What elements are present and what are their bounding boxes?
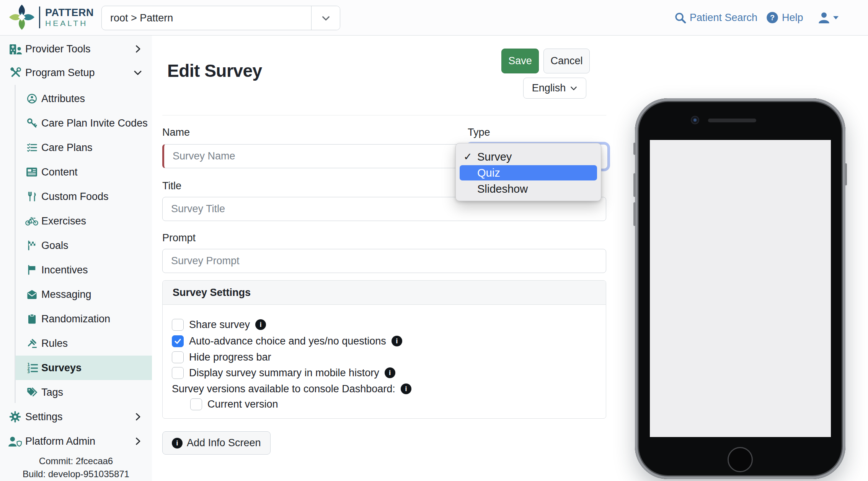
sidebar-item-label: Incentives — [41, 264, 88, 276]
sidebar-item-label: Tags — [41, 387, 63, 398]
build-text: Build: develop-951035871 — [0, 469, 152, 479]
page-title: Edit Survey — [167, 60, 262, 81]
search-icon — [674, 12, 686, 24]
sidebar-item-goals[interactable]: Goals — [0, 235, 152, 256]
logo-divider — [39, 6, 40, 28]
commit-text: Commit: 2fcecaa6 — [0, 456, 152, 466]
sidebar-item-surveys[interactable]: 1 2 3 Surveys — [15, 356, 152, 380]
chevron-down-icon — [321, 13, 331, 23]
add-info-screen-button[interactable]: i Add Info Screen — [162, 431, 271, 455]
flag-icon — [27, 265, 37, 275]
type-option-quiz[interactable]: Quiz — [460, 165, 597, 180]
save-button[interactable]: Save — [501, 49, 539, 73]
sidebar-item-label: Settings — [25, 411, 63, 423]
phone-home-button — [728, 447, 753, 472]
person-circle-icon — [27, 94, 37, 104]
sidebar-item-messaging[interactable]: Messaging — [0, 284, 152, 305]
auto-advance-row: Auto-advance choice and yes/no questions… — [172, 335, 402, 348]
help-label: Help — [782, 12, 803, 24]
sidebar-item-care-plan-invite-codes[interactable]: Care Plan Invite Codes — [0, 112, 152, 134]
svg-text:?: ? — [770, 13, 775, 22]
phone-camera — [691, 116, 699, 124]
patient-search-link[interactable]: Patient Search — [674, 0, 757, 35]
sidebar-item-label: Goals — [41, 240, 69, 252]
name-field-label: Name — [162, 127, 190, 138]
patient-search-label: Patient Search — [690, 12, 757, 24]
chevron-down-icon — [570, 84, 578, 92]
hide-progress-checkbox[interactable] — [172, 351, 184, 363]
sidebar-item-platform-admin[interactable]: Platform Admin — [0, 431, 152, 452]
breadcrumb — [101, 6, 340, 30]
sidebar-item-label: Program Setup — [25, 67, 95, 79]
cancel-button[interactable]: Cancel — [543, 49, 590, 73]
checklist-icon — [27, 143, 37, 153]
newspaper-icon — [26, 167, 38, 177]
chevron-down-icon — [133, 68, 142, 77]
auto-advance-checkbox[interactable] — [172, 335, 184, 347]
user-icon — [817, 11, 830, 24]
share-survey-checkbox[interactable] — [172, 319, 184, 331]
type-option-slideshow[interactable]: Slideshow — [456, 181, 601, 197]
sidebar-item-attributes[interactable]: Attributes — [0, 88, 152, 109]
sidebar-item-provider-tools[interactable]: Provider Tools — [0, 38, 152, 60]
phone-speaker — [708, 119, 756, 122]
user-menu[interactable] — [817, 0, 839, 35]
top-navbar: PATTERN HEALTH Patient Search ? Help — [0, 0, 868, 36]
gear-icon — [9, 411, 21, 423]
hospital-user-icon — [9, 43, 22, 55]
phone-power-button — [845, 163, 847, 185]
hide-progress-row: Hide progress bar — [172, 351, 271, 364]
chevron-right-icon — [133, 412, 142, 421]
info-icon[interactable]: i — [385, 367, 395, 378]
sidebar-item-content[interactable]: Content — [0, 161, 152, 183]
checkered-flag-icon — [27, 240, 37, 251]
help-link[interactable]: ? Help — [766, 0, 803, 35]
current-version-checkbox[interactable] — [190, 398, 202, 410]
current-version-row: Current version — [190, 398, 278, 411]
phone-volume-down-button — [633, 202, 636, 226]
utensils-icon — [28, 192, 37, 202]
info-icon[interactable]: i — [392, 336, 402, 346]
type-option-survey[interactable]: ✓ Survey — [456, 149, 601, 164]
sidebar-item-care-plans[interactable]: Care Plans — [0, 137, 152, 158]
clipboard-icon — [28, 314, 36, 324]
question-circle-icon: ? — [766, 11, 778, 24]
sidebar-item-label: Randomization — [41, 313, 110, 325]
survey-prompt-input[interactable] — [162, 249, 606, 273]
sidebar-item-label: Custom Foods — [41, 191, 109, 203]
sidebar-item-settings[interactable]: Settings — [0, 406, 152, 427]
user-shield-icon — [8, 435, 22, 447]
sidebar-item-label: Care Plan Invite Codes — [41, 117, 148, 129]
envelope-icon — [26, 289, 38, 300]
sidebar-item-randomization[interactable]: Randomization — [0, 308, 152, 330]
info-icon[interactable]: i — [401, 384, 411, 394]
phone-screen — [650, 140, 831, 437]
phone-mute-switch — [633, 143, 636, 155]
info-icon: i — [172, 438, 183, 448]
sidebar: Provider Tools Program Setup — [0, 35, 152, 481]
language-selector[interactable]: English — [523, 78, 586, 99]
survey-name-input[interactable] — [162, 144, 461, 168]
sidebar-item-custom-foods[interactable]: Custom Foods — [0, 186, 152, 207]
breadcrumb-input[interactable] — [102, 6, 311, 30]
sidebar-item-rules[interactable]: Rules — [0, 333, 152, 354]
phone-preview — [635, 98, 845, 479]
logo-text-health: HEALTH — [45, 19, 88, 28]
type-dropdown-menu: ✓ Survey Quiz Slideshow — [455, 143, 601, 201]
sidebar-item-tags[interactable]: Tags — [0, 382, 152, 403]
sidebar-item-program-setup[interactable]: Program Setup — [0, 62, 152, 83]
breadcrumb-dropdown-button[interactable] — [311, 6, 340, 30]
key-icon — [27, 118, 37, 128]
checkmark-icon: ✓ — [463, 151, 472, 163]
sidebar-item-label: Care Plans — [41, 142, 93, 154]
display-summary-checkbox[interactable] — [172, 367, 184, 379]
app-window: PATTERN HEALTH Patient Search ? Help — [0, 0, 868, 481]
phone-volume-up-button — [633, 173, 636, 197]
sidebar-item-label: Platform Admin — [25, 435, 95, 447]
sidebar-item-label: Provider Tools — [25, 43, 91, 55]
sidebar-item-exercises[interactable]: Exercises — [0, 210, 152, 232]
info-icon[interactable]: i — [255, 319, 266, 330]
sidebar-item-incentives[interactable]: Incentives — [0, 259, 152, 281]
logo-text-pattern: PATTERN — [45, 7, 94, 19]
pattern-health-logo-icon — [8, 4, 35, 31]
